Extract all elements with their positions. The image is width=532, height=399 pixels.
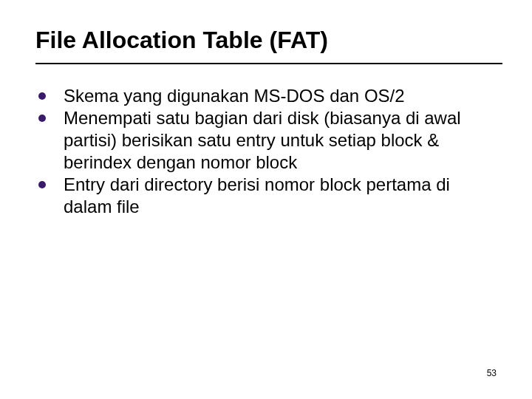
bullet-text: Entry dari directory berisi nomor block … (64, 174, 450, 216)
bullet-text: Skema yang digunakan MS-DOS dan OS/2 (64, 86, 405, 106)
list-item: Menempati satu bagian dari disk (biasany… (37, 107, 492, 174)
bullet-icon (38, 181, 46, 188)
slide: File Allocation Table (FAT) Skema yang d… (0, 0, 532, 399)
bullet-icon (38, 92, 46, 100)
list-item: Skema yang digunakan MS-DOS dan OS/2 (37, 85, 492, 107)
bullet-icon (38, 115, 46, 122)
bullet-text: Menempati satu bagian dari disk (biasany… (64, 108, 461, 172)
page-number: 53 (487, 368, 497, 378)
list-item: Entry dari directory berisi nomor block … (37, 174, 492, 218)
bullet-list: Skema yang digunakan MS-DOS dan OS/2 Men… (35, 85, 497, 218)
slide-title: File Allocation Table (FAT) (35, 27, 497, 54)
title-divider (35, 63, 502, 64)
